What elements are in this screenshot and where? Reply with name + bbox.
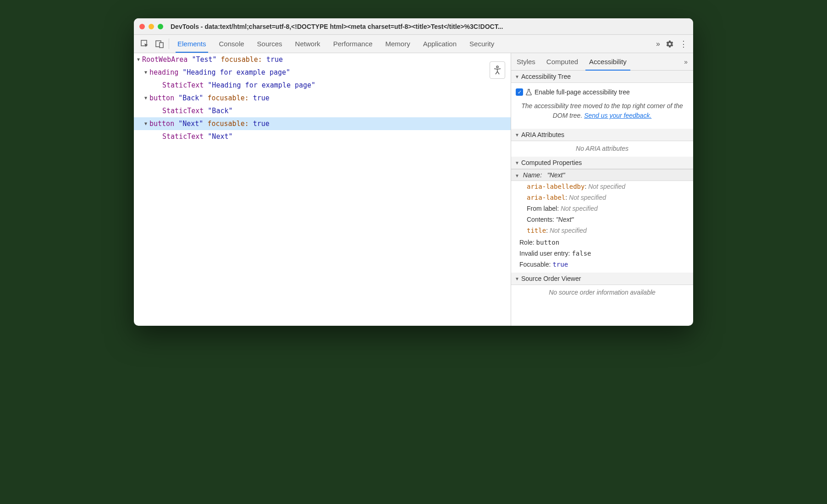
ax-attr-value: true — [253, 117, 270, 130]
section-label: Source Order Viewer — [521, 275, 581, 282]
ax-attr-value: true — [253, 92, 270, 104]
section-aria-header[interactable]: ▼ ARIA Attributes — [511, 129, 693, 141]
collapse-icon: ▼ — [515, 132, 519, 137]
name-source-row: title: Not specified — [511, 225, 693, 236]
tab-memory[interactable]: Memory — [379, 35, 417, 53]
ax-name: "Next" — [208, 130, 232, 143]
sidebar-pane: StylesComputedAccessibility» ▼ Accessibi… — [511, 53, 693, 326]
sidebar-more-icon[interactable]: » — [678, 53, 693, 70]
traffic-lights — [139, 24, 163, 29]
ax-role: heading — [149, 66, 178, 79]
main-tabs: ElementsConsoleSourcesNetworkPerformance… — [171, 35, 656, 53]
main-toolbar: ElementsConsoleSourcesNetworkPerformance… — [134, 35, 693, 53]
ax-tree-row[interactable]: StaticText "Next" — [134, 130, 511, 143]
ax-name: "Back" — [178, 92, 203, 104]
section-label: Accessibility Tree — [521, 73, 571, 80]
tab-network[interactable]: Network — [289, 35, 327, 53]
svg-rect-2 — [160, 43, 163, 48]
computed-name-sources: aria-labelledby: Not specifiedaria-label… — [511, 181, 693, 236]
titlebar: DevTools - data:text/html;charset=utf-8,… — [134, 18, 693, 35]
ax-tree-row[interactable]: StaticText "Back" — [134, 104, 511, 117]
side-tab-computed[interactable]: Computed — [541, 53, 584, 70]
computed-prop-row: Role: button — [519, 237, 693, 248]
tab-performance[interactable]: Performance — [327, 35, 379, 53]
experiment-flask-icon — [526, 89, 532, 95]
ax-attr-name: focusable: — [207, 117, 248, 130]
section-label: Computed Properties — [521, 159, 582, 166]
settings-icon[interactable] — [666, 40, 674, 48]
ax-name: "Next" — [178, 117, 203, 130]
device-toolbar-icon[interactable] — [152, 35, 167, 53]
aria-empty-message: No ARIA attributes — [511, 141, 693, 157]
close-window-button[interactable] — [139, 24, 145, 29]
expand-arrow-icon[interactable]: ▼ — [136, 53, 141, 66]
section-source-order-header[interactable]: ▼ Source Order Viewer — [511, 273, 693, 285]
ax-role: button — [149, 117, 174, 130]
toolbar-divider — [169, 38, 169, 49]
name-value: "Next" — [547, 171, 565, 179]
svg-point-3 — [496, 66, 498, 68]
computed-prop-row: Invalid user entry: false — [519, 248, 693, 259]
source-order-empty-message: No source order information available — [511, 285, 693, 301]
ax-attr-name: focusable: — [221, 53, 262, 66]
side-tab-styles[interactable]: Styles — [511, 53, 541, 70]
section-label: ARIA Attributes — [521, 131, 564, 138]
collapse-icon: ▼ — [515, 74, 519, 79]
side-tab-accessibility[interactable]: Accessibility — [584, 53, 632, 70]
feedback-link[interactable]: Send us your feedback. — [584, 112, 651, 119]
name-source-row: From label: Not specified — [511, 203, 693, 214]
section-accessibility-tree-body: ✓ Enable full-page accessibility tree Th… — [511, 83, 693, 129]
section-accessibility-tree-header[interactable]: ▼ Accessibility Tree — [511, 71, 693, 83]
enable-full-tree-row[interactable]: ✓ Enable full-page accessibility tree — [516, 87, 689, 98]
ax-tree-row[interactable]: ▼heading "Heading for example page" — [134, 66, 511, 79]
section-computed-header[interactable]: ▼ Computed Properties — [511, 157, 693, 169]
ax-attr-name: focusable: — [207, 92, 248, 104]
ax-attr-value: true — [266, 53, 283, 66]
ax-tree-row[interactable]: ▼button "Next" focusable: true — [134, 117, 511, 130]
ax-role: RootWebArea — [142, 53, 187, 66]
expand-arrow-icon[interactable]: ▼ — [143, 92, 149, 104]
accessibility-tree-pane[interactable]: ▼RootWebArea "Test" focusable: true▼head… — [134, 53, 511, 326]
ax-tree-row[interactable]: ▼RootWebArea "Test" focusable: true — [134, 53, 511, 66]
collapse-icon: ▼ — [515, 160, 519, 165]
tab-console[interactable]: Console — [213, 35, 251, 53]
ax-name: "Heading for example page" — [208, 79, 315, 92]
tab-elements[interactable]: Elements — [171, 35, 213, 53]
ax-role: button — [149, 92, 174, 104]
kebab-menu-icon[interactable]: ⋮ — [679, 40, 688, 48]
checkbox-label: Enable full-page accessibility tree — [535, 88, 630, 96]
ax-role: StaticText — [162, 79, 204, 92]
expand-arrow-icon[interactable]: ▼ — [143, 66, 149, 79]
collapse-icon: ▼ — [515, 173, 519, 178]
accessibility-tree-hint: The accessibility tree moved to the top … — [516, 98, 689, 125]
name-label: Name: — [523, 171, 542, 179]
name-source-row: aria-labelledby: Not specified — [511, 181, 693, 192]
computed-other-props: Role: buttonInvalid user entry: falseFoc… — [511, 236, 693, 273]
minimize-window-button[interactable] — [149, 24, 154, 29]
devtools-window: DevTools - data:text/html;charset=utf-8,… — [134, 18, 693, 326]
ax-role: StaticText — [162, 104, 204, 117]
inspect-element-icon[interactable] — [138, 35, 152, 53]
zoom-window-button[interactable] — [158, 24, 163, 29]
window-title: DevTools - data:text/html;charset=utf-8,… — [171, 23, 688, 30]
computed-name-row[interactable]: ▼ Name: "Next" — [511, 169, 693, 181]
tab-application[interactable]: Application — [417, 35, 463, 53]
computed-prop-row: Focusable: true — [519, 259, 693, 270]
tab-security[interactable]: Security — [463, 35, 501, 53]
ax-name: "Back" — [208, 104, 232, 117]
ax-name: "Heading for example page" — [182, 66, 290, 79]
tab-sources[interactable]: Sources — [251, 35, 289, 53]
expand-arrow-icon[interactable]: ▼ — [143, 117, 149, 130]
accessibility-mode-button[interactable] — [490, 61, 505, 79]
ax-role: StaticText — [162, 130, 204, 143]
name-source-row: Contents: "Next" — [511, 214, 693, 225]
checkbox-checked-icon[interactable]: ✓ — [516, 88, 523, 96]
collapse-icon: ▼ — [515, 276, 519, 281]
sidebar-tabs: StylesComputedAccessibility» — [511, 53, 693, 71]
more-tabs-icon[interactable]: » — [656, 40, 660, 48]
ax-tree-row[interactable]: ▼button "Back" focusable: true — [134, 92, 511, 104]
name-source-row: aria-label: Not specified — [511, 192, 693, 203]
content-area: ▼RootWebArea "Test" focusable: true▼head… — [134, 53, 693, 326]
ax-tree-row[interactable]: StaticText "Heading for example page" — [134, 79, 511, 92]
ax-name: "Test" — [192, 53, 216, 66]
